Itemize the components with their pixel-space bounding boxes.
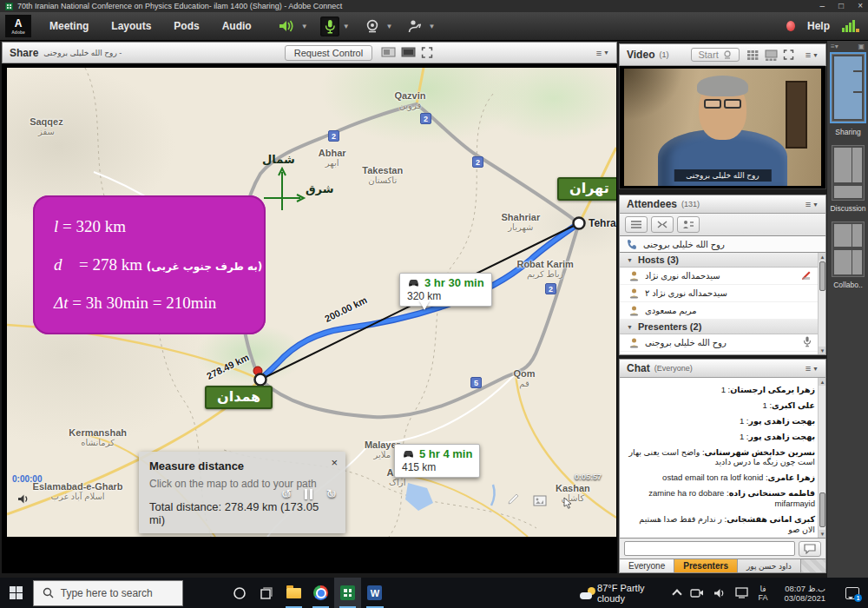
menu-meeting[interactable]: Meeting: [38, 20, 100, 32]
windows-taskbar: Type here to search W 87°F Partly cloudy…: [0, 578, 868, 608]
status-button[interactable]: [404, 17, 424, 36]
microphone-button[interactable]: [320, 17, 339, 36]
filmstrip-view-icon[interactable]: [765, 50, 778, 61]
snapshot-tool-icon[interactable]: [533, 495, 547, 506]
chrome-button[interactable]: [307, 578, 334, 608]
start-button[interactable]: [0, 578, 33, 608]
webcam-button[interactable]: [362, 17, 383, 36]
attendee-row[interactable]: مریم مسعودی: [620, 302, 825, 320]
menu-layouts[interactable]: Layouts: [100, 20, 162, 32]
connection-signal-icon[interactable]: [842, 20, 859, 32]
attendees-toolbar: [619, 214, 826, 236]
google-map[interactable]: SaqqezسقزQazvinقزوینAbharابهرTakestanتاک…: [7, 68, 616, 537]
status-dropdown[interactable]: ▼: [428, 23, 435, 30]
chat-message: علی اکبری: 1: [627, 400, 815, 411]
layout-thumb-sharing[interactable]: [832, 54, 865, 122]
fullscreen-icon[interactable]: [421, 47, 433, 58]
compass-east-label: شرق: [306, 182, 334, 195]
layout-label-collaboration[interactable]: Collabo..: [827, 281, 868, 289]
sidebar-menu-icon[interactable]: ≡▾: [831, 43, 838, 50]
tray-expand-icon[interactable]: [673, 589, 682, 598]
person-icon: [628, 270, 640, 281]
chat-message-input[interactable]: [624, 541, 795, 556]
webcam-dropdown[interactable]: ▼: [386, 23, 393, 30]
road-shield-5: 5: [470, 377, 482, 388]
chat-send-button[interactable]: [799, 541, 821, 557]
action-center-icon[interactable]: 1: [845, 587, 859, 599]
adobe-connect-taskbar-button[interactable]: [334, 578, 361, 608]
layout-label-discussion[interactable]: Discussion: [827, 204, 868, 213]
forward-30-icon[interactable]: ↻30: [326, 486, 337, 502]
route-tooltip-primary[interactable]: 3 hr 30 min 320 km: [399, 273, 492, 307]
pencil-tool-icon[interactable]: [507, 492, 521, 506]
attendees-scrollbar[interactable]: ▲▼: [818, 253, 825, 354]
map-town-shahriar: Shahriarشهریار: [502, 212, 541, 232]
partly-cloudy-icon: [580, 587, 593, 599]
request-control-button[interactable]: Request Control: [285, 45, 373, 61]
attendee-status-view-icon[interactable]: [677, 216, 700, 233]
maximize-button[interactable]: □: [838, 2, 844, 10]
menu-audio[interactable]: Audio: [211, 20, 263, 32]
taskbar-search-box[interactable]: Type here to search: [33, 580, 183, 606]
road-shield-2: 2: [545, 283, 556, 294]
pod-view-icon[interactable]: [381, 47, 396, 59]
dialog-close-icon[interactable]: ×: [331, 456, 338, 469]
full-screen-view-icon[interactable]: [401, 47, 416, 59]
webcam-video-feed: روح الله خلیلی بروجنی: [624, 69, 821, 186]
file-explorer-button[interactable]: [280, 578, 307, 608]
word-button[interactable]: W: [361, 578, 388, 608]
breakout-view-icon[interactable]: [651, 216, 674, 233]
tray-speaker-icon[interactable]: [713, 588, 726, 598]
help-menu[interactable]: Help: [807, 20, 830, 32]
video-fullscreen-icon[interactable]: [783, 50, 794, 60]
layout-thumb-discussion[interactable]: [832, 145, 865, 201]
measure-distance-dialog: × Measure distance Click on the map to a…: [139, 452, 345, 533]
attendees-section-header[interactable]: ▼Presenters (2): [620, 320, 825, 334]
video-pod-menu-icon[interactable]: ≡▼: [806, 50, 819, 60]
grid-view-icon[interactable]: [746, 50, 760, 61]
close-button[interactable]: ×: [858, 2, 863, 10]
attendee-row[interactable]: سیدحمداله نوری نژاد: [620, 268, 825, 285]
attendee-row[interactable]: داود حسن پور: [620, 352, 825, 355]
microphone-dropdown[interactable]: ▼: [343, 23, 350, 30]
person-icon: [628, 354, 640, 355]
pause-icon[interactable]: [305, 489, 312, 499]
attendee-row[interactable]: روح الله خلیلی بروجنی: [620, 334, 825, 352]
attendee-row[interactable]: سیدحمداله نوری نژاد ۲: [620, 285, 825, 302]
tehran-map-name: Tehran: [589, 217, 616, 229]
share-pod-menu-icon[interactable]: ≡▼: [596, 48, 609, 58]
chat-tab-1[interactable]: Presenters: [674, 559, 738, 572]
taskbar-clock[interactable]: ب.ظ 08:07 03/08/2021: [784, 584, 825, 603]
sidebar-panel-icon[interactable]: ▣: [858, 43, 865, 50]
speaker-dropdown[interactable]: ▼: [301, 23, 308, 30]
attendees-pod-menu-icon[interactable]: ≡▼: [806, 199, 819, 209]
chat-scrollbar[interactable]: ▲▼: [818, 378, 825, 538]
chat-tab-0[interactable]: Everyone: [620, 559, 674, 572]
layout-label-sharing[interactable]: Sharing: [827, 128, 868, 136]
adobe-connect-window: 70th Iranian National Conference on Phys…: [0, 0, 868, 608]
speaker-button[interactable]: [275, 17, 298, 36]
chat-tab-2[interactable]: داود حسن پور: [738, 559, 801, 572]
language-indicator[interactable]: فاFA: [758, 585, 767, 602]
chat-pod-menu-icon[interactable]: ≡▼: [806, 363, 819, 373]
adobe-connect-app-icon: [5, 3, 13, 10]
task-view-button[interactable]: [253, 578, 280, 608]
layout-thumb-collaboration[interactable]: [832, 221, 865, 277]
search-placeholder: Type here to search: [61, 587, 153, 599]
attendee-list-view-icon[interactable]: [625, 216, 648, 233]
mic-icon: [803, 335, 812, 351]
active-speaker-name: روح الله خلیلی بروجنی: [643, 240, 725, 249]
start-webcam-button[interactable]: Start: [691, 48, 739, 62]
route-tooltip-alternate[interactable]: 5 hr 4 min 415 km: [394, 444, 480, 478]
search-icon: [43, 587, 54, 598]
menu-pods[interactable]: Pods: [162, 20, 210, 32]
map-town-qom: Qomقم: [513, 368, 535, 388]
tray-camera-icon[interactable]: [690, 588, 704, 598]
rewind-10-icon[interactable]: ↺10: [281, 486, 293, 502]
minimize-button[interactable]: –: [820, 2, 825, 10]
attendees-section-header[interactable]: ▼Hosts (3): [620, 253, 825, 268]
weather-widget[interactable]: 87°F Partly cloudy: [580, 583, 661, 604]
cortana-button[interactable]: [227, 578, 253, 608]
car-icon: [407, 278, 420, 287]
tray-network-icon[interactable]: [735, 587, 748, 598]
